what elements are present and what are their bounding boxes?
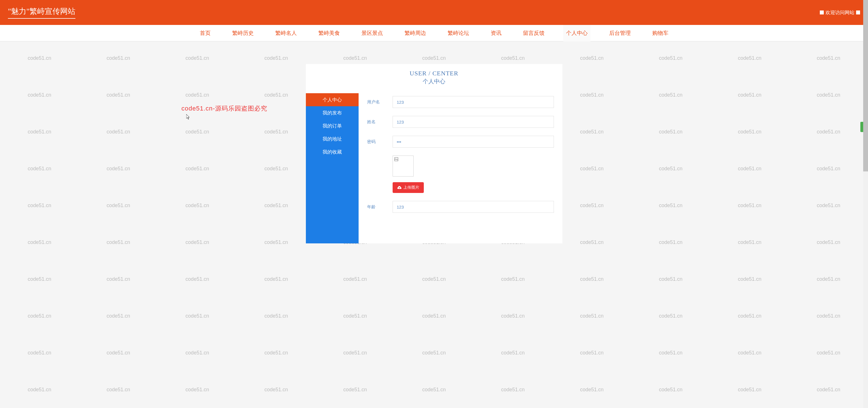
cursor-icon [186, 114, 191, 120]
checkbox-right-icon[interactable] [856, 10, 860, 14]
nav-celebrity[interactable]: 繁峙名人 [272, 25, 300, 41]
password-input[interactable] [393, 136, 554, 148]
sidebar-my-address[interactable]: 我的地址 [306, 132, 359, 145]
scrollbar-track[interactable] [863, 0, 868, 243]
scrollbar-thumb[interactable] [863, 0, 868, 171]
nav-home[interactable]: 首页 [197, 25, 213, 41]
panel-title-en: USER / CENTER [306, 70, 562, 77]
name-label: 姓名 [367, 119, 393, 125]
age-label: 年龄 [367, 204, 393, 210]
main-panel: USER / CENTER 个人中心 个人中心 我的发布 我的订单 我的地址 我… [306, 64, 562, 243]
checkbox-left-icon[interactable] [820, 10, 824, 14]
sidebar-my-favorites[interactable]: 我的收藏 [306, 145, 359, 158]
user-sidebar: 个人中心 我的发布 我的订单 我的地址 我的收藏 [306, 93, 359, 243]
profile-form: 用户名 姓名 密码 上传图片 年龄 [359, 93, 562, 243]
nav-admin[interactable]: 后台管理 [606, 25, 633, 41]
sidebar-my-posts[interactable]: 我的发布 [306, 106, 359, 119]
nav-scenic[interactable]: 景区景点 [359, 25, 386, 41]
avatar-placeholder[interactable] [393, 156, 413, 177]
sidebar-user-center[interactable]: 个人中心 [306, 93, 359, 106]
welcome-text: 欢迎访问网站 [826, 9, 855, 16]
sidebar-my-orders[interactable]: 我的订单 [306, 119, 359, 132]
cloud-upload-icon [397, 185, 402, 190]
nav-food[interactable]: 繁峙美食 [315, 25, 343, 41]
upload-button[interactable]: 上传图片 [393, 182, 424, 193]
password-label: 密码 [367, 139, 393, 145]
nav-user-center[interactable]: 个人中心 [563, 25, 590, 41]
nav-history[interactable]: 繁峙历史 [229, 25, 256, 41]
page-header: "魅力"繁峙宣传网站 欢迎访问网站 [0, 0, 868, 25]
upload-button-label: 上传图片 [403, 185, 419, 190]
nav-surrounding[interactable]: 繁峙周边 [402, 25, 429, 41]
panel-title: USER / CENTER 个人中心 [306, 64, 562, 89]
age-input[interactable] [393, 201, 554, 213]
nav-news[interactable]: 资讯 [488, 25, 504, 41]
nav-forum[interactable]: 繁峙论坛 [445, 25, 472, 41]
name-input[interactable] [393, 116, 554, 128]
sidebar-fill [306, 158, 359, 243]
welcome-area: 欢迎访问网站 [820, 9, 860, 16]
nav-feedback[interactable]: 留言反馈 [520, 25, 548, 41]
side-feedback-tab[interactable] [860, 122, 863, 132]
panel-title-cn: 个人中心 [306, 77, 562, 85]
watermark-red-text: code51.cn-源码乐园盗图必究 [181, 104, 267, 113]
nav-cart[interactable]: 购物车 [649, 25, 671, 41]
username-input[interactable] [393, 96, 554, 108]
site-title: "魅力"繁峙宣传网站 [8, 6, 75, 19]
main-nav: 首页 繁峙历史 繁峙名人 繁峙美食 景区景点 繁峙周边 繁峙论坛 资讯 留言反馈… [0, 25, 868, 41]
broken-image-icon [394, 157, 399, 161]
username-label: 用户名 [367, 99, 393, 105]
